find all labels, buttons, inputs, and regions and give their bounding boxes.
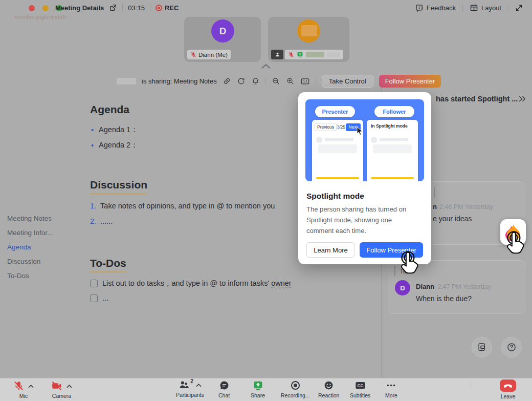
camera-button[interactable]: Camera <box>51 381 72 399</box>
placeholder-block <box>318 144 357 153</box>
refresh-icon[interactable] <box>237 77 246 86</box>
collapse-videos-chevron-icon[interactable] <box>260 63 272 69</box>
mic-button[interactable]: Mic <box>13 381 34 399</box>
follow-presenter-flame-button[interactable] <box>500 219 526 245</box>
zoom-out-icon[interactable] <box>272 77 280 86</box>
screen-share-icon <box>297 51 303 58</box>
avatar: D <box>211 19 234 43</box>
doc-heading-agenda: Agenda <box>90 103 129 116</box>
help-icon <box>506 342 517 352</box>
more-button[interactable]: More <box>385 380 397 398</box>
follower-preview-card: In Spotlight mode <box>367 120 418 181</box>
svg-text:CC: CC <box>357 383 363 388</box>
spotlight-illustration: Presenter Follower Previous 3/25 Next In… <box>305 99 424 181</box>
participants-icon <box>179 379 189 390</box>
placeholder-line <box>325 138 353 141</box>
highlight-bar <box>371 177 414 179</box>
reaction-button[interactable]: Reaction <box>318 380 339 398</box>
meeting-toolbar <box>0 378 532 401</box>
placeholder-avatar <box>316 137 322 143</box>
flame-icon <box>503 222 523 242</box>
comment-message: e your ideas <box>433 215 472 223</box>
placeholder-line <box>380 138 408 141</box>
recording-indicator: REC <box>156 4 179 12</box>
bullet-icon: • <box>91 141 94 150</box>
outline-item-agenda[interactable]: Agenda <box>7 243 31 251</box>
fullscreen-icon[interactable] <box>515 4 523 12</box>
collapse-panel-icon[interactable] <box>518 94 527 103</box>
notification-bell-icon[interactable] <box>251 77 260 86</box>
follow-presenter-top-button[interactable]: Follow Presenter <box>379 75 441 88</box>
blurred-name-block <box>306 52 324 57</box>
previous-button: Previous <box>315 123 337 131</box>
minimize-window-button[interactable] <box>42 5 49 11</box>
presenter-badge-icon <box>271 50 283 59</box>
recording-button[interactable]: Recording... <box>281 380 310 398</box>
comment-author: Diann <box>416 283 434 290</box>
discussion-item: 2....... <box>90 217 113 225</box>
share-button[interactable]: Share <box>251 380 265 398</box>
layout-button[interactable]: Layout <box>470 4 501 12</box>
comment-message: When is the due? <box>416 294 472 303</box>
todo-checkbox[interactable] <box>90 280 98 287</box>
actual-size-icon[interactable]: 1:1 <box>300 77 310 86</box>
blurred-presenter-name <box>117 78 136 85</box>
outline-item-todos[interactable]: To-Dos <box>7 272 29 280</box>
mic-off-icon <box>288 52 294 58</box>
doc-heading-discussion: Discussion <box>90 179 147 194</box>
todo-item: ... <box>90 294 108 302</box>
help-button[interactable] <box>501 337 522 357</box>
feedback-button[interactable]: Feedback <box>415 4 456 12</box>
comment-timestamp: 2:46 PM Yesterday <box>439 203 493 210</box>
comments-button[interactable] <box>472 337 492 357</box>
mic-off-icon <box>190 52 196 58</box>
recording-icon <box>290 380 301 391</box>
comment-author-fragment: n <box>433 203 437 210</box>
meeting-title: Meeting Details <box>55 4 104 12</box>
todo-item: List out to do tasks，and type in @ to in… <box>90 279 292 288</box>
placeholder-avatar <box>371 137 377 143</box>
discussion-item: 1.Take notes of opinions, and type in @ … <box>90 202 298 210</box>
feedback-icon <box>415 4 424 12</box>
spotlight-banner-text: has started Spotlight ... <box>436 95 518 103</box>
meeting-timer: 03:15 <box>128 4 145 12</box>
sharebar-divider <box>265 77 266 85</box>
open-meeting-details-icon[interactable] <box>109 4 117 12</box>
video-tile-self[interactable]: D Diann (Me) <box>184 17 261 62</box>
spotlight-mode-label: In Spotlight mode <box>367 120 418 129</box>
subtitles-button[interactable]: CC Subtitles <box>350 380 370 398</box>
leave-button[interactable]: Leave <box>500 379 516 399</box>
quote-bar <box>434 187 435 198</box>
follow-presenter-dialog-button[interactable]: Follow Presenter <box>360 242 423 258</box>
list-number: 2. <box>90 217 96 225</box>
close-window-button[interactable] <box>29 5 35 11</box>
quote-bar <box>394 266 395 276</box>
svg-text:1:1: 1:1 <box>303 80 307 83</box>
outline-item-discussion[interactable]: Discussion <box>7 258 40 265</box>
participant-name-badge: Diann (Me) <box>187 50 231 59</box>
titlebar-divider <box>462 5 463 12</box>
presenter-pill: Presenter <box>315 106 355 117</box>
sharebar-divider <box>316 77 316 85</box>
take-control-button[interactable]: Take Control <box>322 75 373 88</box>
comment-timestamp: 2:47 PM Yesterday <box>437 283 491 290</box>
share-screen-icon <box>253 380 263 391</box>
video-tile-presenter[interactable] <box>268 17 349 62</box>
zoom-in-icon[interactable] <box>286 77 295 86</box>
list-number: 1. <box>90 202 96 210</box>
rec-label: REC <box>165 4 179 12</box>
participants-options-chevron-icon[interactable] <box>196 383 202 387</box>
rec-dot-icon <box>156 5 162 11</box>
mic-options-chevron-icon[interactable] <box>28 384 34 388</box>
chat-button[interactable]: Chat <box>218 380 230 398</box>
copy-link-icon[interactable] <box>223 77 231 86</box>
participant-name: Diann (Me) <box>198 52 228 58</box>
camera-options-chevron-icon[interactable] <box>66 384 72 388</box>
learn-more-button[interactable]: Learn More <box>306 242 355 258</box>
todo-checkbox[interactable] <box>90 294 98 302</box>
spotlight-mode-dialog: Presenter Follower Previous 3/25 Next In… <box>298 92 431 264</box>
titlebar-divider <box>508 5 508 12</box>
outline-item-meeting-info[interactable]: Meeting Infor... <box>7 229 53 237</box>
participants-button[interactable]: 2 Participants <box>176 379 204 398</box>
outline-item-meeting-notes[interactable]: Meeting Notes <box>7 215 52 222</box>
